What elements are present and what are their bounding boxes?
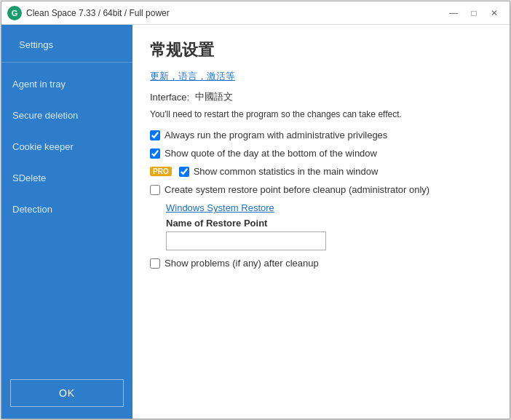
maximize-button[interactable]: □	[464, 5, 483, 21]
admin-privileges-checkbox[interactable]	[150, 130, 160, 140]
common-statistics-checkbox[interactable]	[179, 167, 189, 177]
common-statistics-label[interactable]: Show common statistics in the main windo…	[194, 166, 379, 177]
quote-of-day-label[interactable]: Show quote of the day at the bottom of t…	[165, 148, 377, 159]
page-title: 常规设置	[150, 39, 492, 61]
ok-button[interactable]: OK	[10, 379, 124, 407]
interface-row: Interface: 中國語文	[150, 90, 492, 103]
app-icon: G	[7, 6, 22, 20]
restart-notice: You'll need to restart the program so th…	[150, 109, 492, 119]
interface-label: Interface:	[150, 92, 189, 103]
sidebar-item-detection[interactable]: Detection	[1, 194, 132, 225]
interface-value: 中國語文	[195, 90, 233, 103]
title-bar-controls: — □ ✕	[444, 5, 504, 21]
sidebar-item-cookie-keeper[interactable]: Cookie keeper	[1, 131, 132, 162]
checkbox-row-admin: Always run the program with administrati…	[150, 130, 492, 140]
show-problems-checkbox[interactable]	[150, 258, 160, 269]
restore-name-input[interactable]	[166, 231, 326, 250]
minimize-button[interactable]: —	[444, 5, 463, 21]
checkbox-row-statistics: PRO Show common statistics in the main w…	[150, 166, 492, 177]
title-bar: G Clean Space 7.33 / 64bit / Full power …	[1, 1, 510, 25]
main-content: 常规设置 更新，语言，激活等 Interface: 中國語文 You'll ne…	[132, 25, 510, 419]
sidebar: Settings Agent in tray Secure deletion C…	[1, 25, 132, 419]
close-button[interactable]: ✕	[485, 5, 504, 21]
checkbox-row-problems: Show problems (if any) after cleanup	[150, 258, 492, 269]
restore-point-label[interactable]: Create system restore point before clean…	[165, 184, 429, 195]
update-link[interactable]: 更新，语言，激活等	[150, 71, 235, 82]
checkbox-row-restore: Create system restore point before clean…	[150, 184, 492, 195]
sidebar-settings-label: Settings	[10, 36, 124, 53]
restore-point-checkbox[interactable]	[150, 185, 160, 195]
sidebar-top: Settings	[1, 31, 132, 63]
admin-privileges-label[interactable]: Always run the program with administrati…	[165, 130, 387, 140]
content-area: Settings Agent in tray Secure deletion C…	[1, 25, 510, 419]
pro-badge: PRO	[150, 167, 172, 176]
title-bar-text: Clean Space 7.33 / 64bit / Full power	[26, 8, 444, 18]
sidebar-footer: OK	[1, 225, 132, 419]
windows-restore-link[interactable]: Windows System Restore	[166, 202, 492, 213]
checkbox-row-quote: Show quote of the day at the bottom of t…	[150, 148, 492, 159]
quote-of-day-checkbox[interactable]	[150, 148, 160, 159]
main-window: G Clean Space 7.33 / 64bit / Full power …	[1, 1, 510, 419]
sidebar-item-sdelete[interactable]: SDelete	[1, 162, 132, 194]
sidebar-item-secure-deletion[interactable]: Secure deletion	[1, 100, 132, 131]
show-problems-label[interactable]: Show problems (if any) after cleanup	[165, 258, 319, 269]
sidebar-item-agent-in-tray[interactable]: Agent in tray	[1, 68, 132, 100]
restore-name-label: Name of Restore Point	[166, 218, 492, 229]
